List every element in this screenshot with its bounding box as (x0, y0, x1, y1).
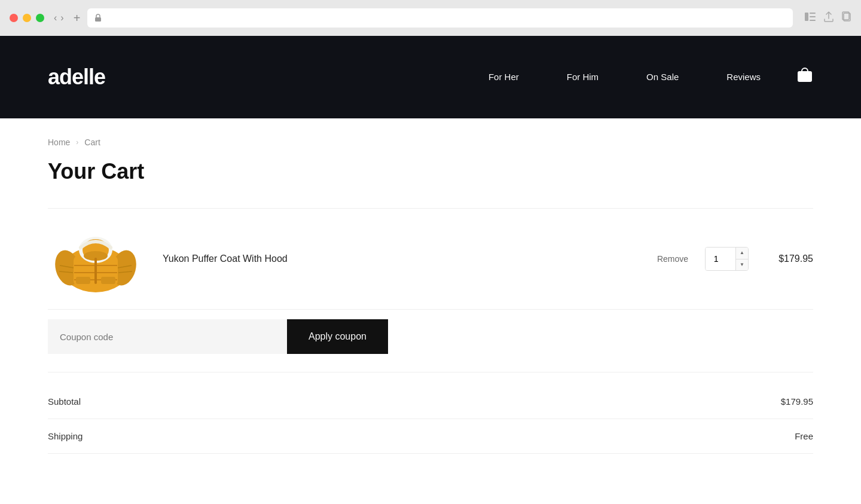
quantity-increment[interactable]: ▲ (736, 248, 748, 259)
cart-item-image (48, 223, 144, 295)
svg-rect-7 (798, 71, 812, 82)
page-title: Your Cart (48, 159, 813, 184)
product-image (51, 225, 141, 294)
quantity-input[interactable] (706, 248, 735, 270)
nav-reviews[interactable]: Reviews (726, 72, 761, 82)
cart-item-actions: Remove ▲ ▼ $179.95 (657, 247, 813, 271)
svg-rect-1 (805, 13, 808, 21)
main-nav: For Her For Him On Sale Reviews (488, 72, 761, 83)
totals-section: Subtotal $179.95 Shipping Free (48, 372, 813, 454)
browser-nav-arrows: ‹ › (54, 13, 64, 23)
subtotal-row: Subtotal $179.95 (48, 384, 813, 419)
site-logo[interactable]: adelle (48, 65, 105, 90)
browser-actions (805, 11, 851, 25)
shipping-label: Shipping (48, 431, 83, 441)
breadcrumb-home[interactable]: Home (48, 138, 70, 147)
breadcrumb-separator: › (76, 138, 78, 146)
remove-item-button[interactable]: Remove (657, 254, 688, 264)
nav-for-him[interactable]: For Him (567, 72, 599, 82)
share-button[interactable] (824, 11, 833, 25)
svg-rect-23 (76, 277, 90, 284)
cart-item: Yukon Puffer Coat With Hood Remove ▲ ▼ $… (48, 209, 813, 309)
cart-icon (796, 68, 813, 84)
subtotal-label: Subtotal (48, 396, 81, 407)
maximize-button[interactable] (36, 14, 44, 22)
coupon-section: Apply coupon (48, 319, 813, 354)
cart-icon-button[interactable] (796, 68, 813, 87)
item-price: $179.95 (765, 253, 813, 264)
lock-icon (94, 14, 102, 22)
nav-for-her[interactable]: For Her (488, 72, 519, 82)
shipping-row: Shipping Free (48, 419, 813, 454)
address-bar[interactable] (87, 8, 793, 28)
breadcrumb: Home › Cart (48, 118, 813, 159)
site-header: adelle For Her For Him On Sale Reviews (0, 36, 861, 118)
minimize-button[interactable] (23, 14, 31, 22)
forward-button[interactable]: › (60, 13, 63, 23)
svg-rect-3 (810, 16, 816, 17)
close-button[interactable] (10, 14, 18, 22)
main-content: Home › Cart Your Cart (0, 118, 861, 454)
breadcrumb-current: Cart (84, 138, 100, 147)
quantity-spinner: ▲ ▼ (735, 248, 748, 270)
svg-rect-2 (810, 13, 816, 14)
duplicate-button[interactable] (842, 11, 851, 25)
svg-rect-4 (810, 20, 816, 21)
svg-rect-0 (95, 17, 101, 22)
quantity-input-wrapper: ▲ ▼ (705, 247, 749, 271)
browser-chrome: ‹ › + (0, 0, 861, 36)
coupon-input[interactable] (48, 319, 287, 354)
page: adelle For Her For Him On Sale Reviews H… (0, 36, 861, 504)
subtotal-value: $179.95 (781, 396, 813, 407)
sidebar-toggle-button[interactable] (805, 11, 816, 25)
back-button[interactable]: ‹ (54, 13, 57, 23)
apply-coupon-button[interactable]: Apply coupon (287, 319, 388, 354)
traffic-lights (10, 14, 44, 22)
quantity-decrement[interactable]: ▼ (736, 259, 748, 271)
cart-bottom-divider (48, 309, 813, 310)
cart-item-name: Yukon Puffer Coat With Hood (163, 253, 638, 264)
shipping-value: Free (795, 431, 813, 441)
svg-rect-24 (101, 277, 115, 284)
new-tab-button[interactable]: + (74, 11, 81, 25)
nav-on-sale[interactable]: On Sale (646, 72, 679, 82)
